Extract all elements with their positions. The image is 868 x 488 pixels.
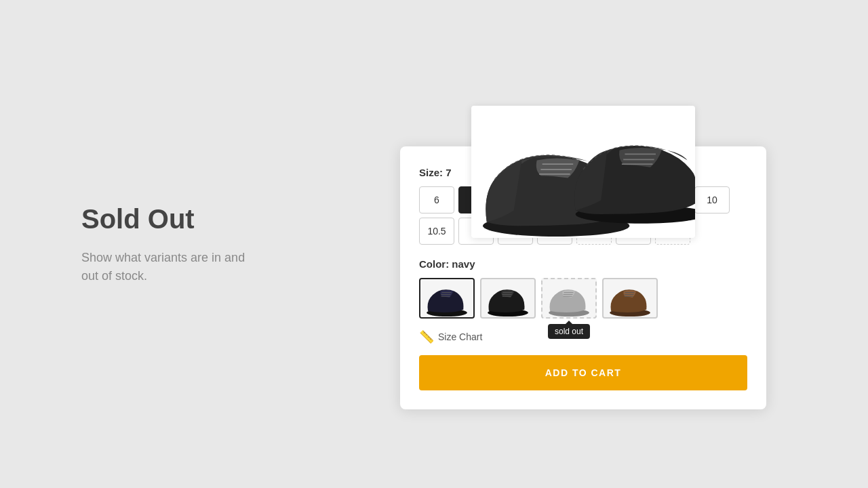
shoe-image-container: [471, 106, 695, 238]
size-chart-icon: 📏: [419, 329, 434, 344]
size-btn[interactable]: 10.5: [419, 218, 454, 245]
selected-size-value: 7: [446, 167, 451, 178]
left-panel: Sold Out Show what variants are in and o…: [0, 162, 298, 326]
add-to-cart-button[interactable]: ADD TO CART: [419, 355, 747, 390]
color-swatch-grey[interactable]: [541, 278, 597, 319]
color-section: Color: navy: [419, 258, 747, 319]
shoe-image: [471, 106, 695, 238]
right-panel: Size: 7 677.588.599.51010.5111213141516 …: [298, 79, 868, 409]
page-title: Sold Out: [81, 203, 258, 235]
size-btn[interactable]: 6: [419, 186, 454, 214]
size-chart-label: Size Chart: [438, 331, 482, 342]
color-swatch-black[interactable]: [480, 278, 536, 319]
product-image-card: [471, 106, 695, 238]
color-label: Color: navy: [419, 258, 747, 270]
color-swatch-navy[interactable]: [419, 278, 475, 319]
color-swatch-wrapper: [419, 278, 475, 319]
color-swatch-wrapper: sold out: [541, 278, 597, 319]
selected-color-value: navy: [452, 258, 475, 270]
color-swatch-brown[interactable]: [602, 278, 658, 319]
color-swatch-wrapper: [480, 278, 536, 319]
size-btn[interactable]: 10: [694, 186, 730, 214]
color-grid: sold out: [419, 278, 747, 319]
page-container: Sold Out Show what variants are in and o…: [0, 0, 868, 488]
color-swatch-wrapper: [602, 278, 658, 319]
sold-out-tooltip: sold out: [548, 324, 590, 339]
page-description: Show what variants are in and out of sto…: [81, 249, 258, 285]
